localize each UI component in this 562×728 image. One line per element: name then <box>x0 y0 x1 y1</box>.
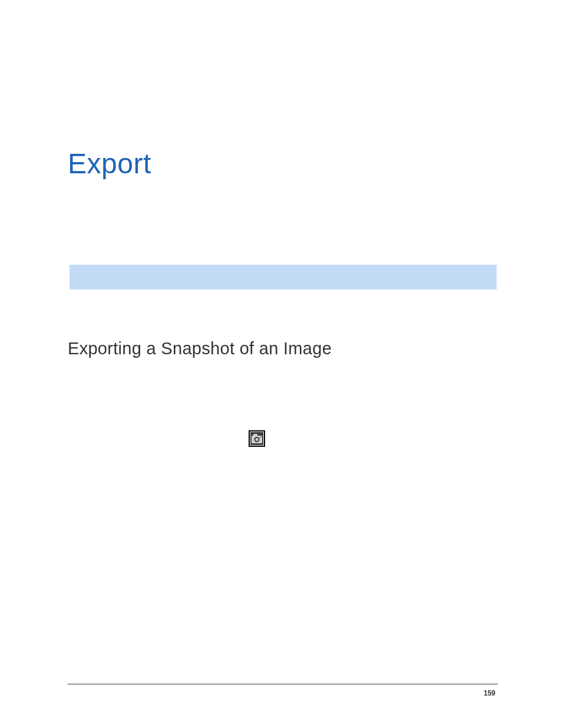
page-number: 159 <box>484 689 495 697</box>
camera-icon-svg <box>249 430 265 447</box>
svg-point-5 <box>256 438 259 441</box>
section-heading: Exporting a Snapshot of an Image <box>68 339 332 358</box>
camera-icon <box>249 430 265 447</box>
svg-point-6 <box>260 437 262 438</box>
footer-divider <box>68 684 498 684</box>
section-divider-bar <box>70 265 497 289</box>
svg-rect-3 <box>253 434 257 436</box>
chapter-title: Export <box>68 147 151 180</box>
document-page: Export Exporting a Snapshot of an Image … <box>0 0 562 728</box>
